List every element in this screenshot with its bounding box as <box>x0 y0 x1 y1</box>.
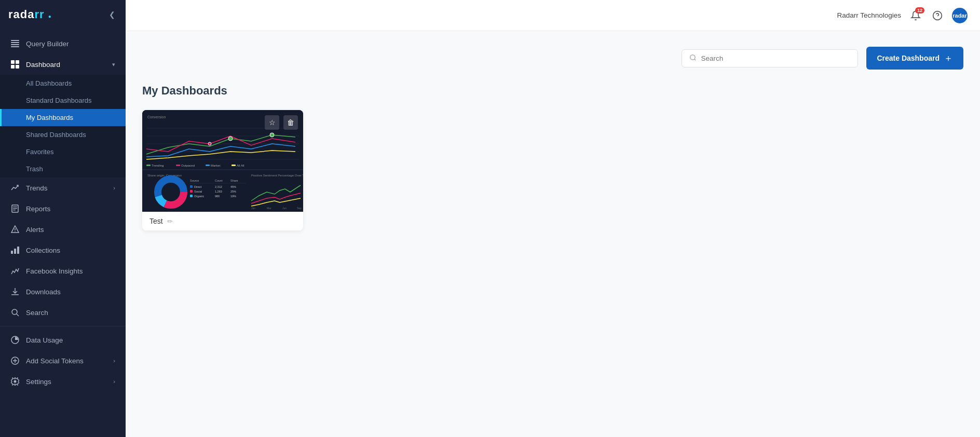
sidebar-item-settings[interactable]: Settings › <box>0 371 126 392</box>
content-area: Create Dashboard ＋ My Dashboards Convers… <box>126 31 980 437</box>
sidebar-item-label: Reports <box>26 205 115 213</box>
facebook-insights-icon <box>10 266 20 276</box>
topbar-right: Radarr Technologies 12 radar <box>837 8 968 23</box>
main-content: Radarr Technologies 12 radar Create Dash… <box>126 0 980 437</box>
sidebar-item-label: Settings <box>26 378 107 386</box>
sidebar-collapse-button[interactable]: ❮ <box>107 8 117 21</box>
svg-rect-1 <box>11 42 19 43</box>
trends-icon <box>10 183 20 193</box>
svg-rect-45 <box>206 165 210 166</box>
search-nav-icon <box>10 308 20 317</box>
svg-rect-7 <box>16 65 19 69</box>
svg-text:All All: All All <box>237 164 244 167</box>
sidebar-item-label: Search <box>26 309 115 317</box>
sidebar-item-label: Alerts <box>26 226 115 234</box>
sidebar-item-collections[interactable]: Collections <box>0 240 126 261</box>
svg-text:Organic: Organic <box>194 195 205 198</box>
dashboard-icon <box>10 60 20 69</box>
app-logo: radarr ● <box>8 8 52 21</box>
create-dashboard-button[interactable]: Create Dashboard ＋ <box>866 47 963 70</box>
sidebar-item-label: Trends <box>26 184 107 192</box>
plus-icon: ＋ <box>944 52 953 64</box>
search-icon <box>689 54 697 63</box>
alerts-icon <box>10 225 20 234</box>
svg-rect-43 <box>176 165 180 166</box>
svg-text:Trending: Trending <box>152 164 164 167</box>
sidebar-item-my-dashboards[interactable]: My Dashboards <box>0 109 126 126</box>
svg-rect-41 <box>146 165 151 166</box>
svg-rect-63 <box>190 190 193 193</box>
nav-divider <box>0 326 126 326</box>
svg-text:Jan: Jan <box>251 207 255 210</box>
edit-icon[interactable]: ✏ <box>167 217 173 225</box>
reports-icon <box>10 204 20 213</box>
dashboard-card[interactable]: Conversion <box>142 110 303 230</box>
svg-rect-15 <box>11 251 13 254</box>
notification-bell-button[interactable]: 12 <box>908 8 923 23</box>
svg-text:Market: Market <box>211 164 221 167</box>
dashboard-sub-nav: All Dashboards Standard Dashboards My Da… <box>0 75 126 177</box>
svg-rect-16 <box>14 249 16 254</box>
sidebar-item-downloads[interactable]: Downloads <box>0 281 126 302</box>
favorite-button[interactable]: ☆ <box>265 115 279 130</box>
svg-text:980: 980 <box>215 195 220 198</box>
chevron-right-icon: › <box>113 358 115 364</box>
svg-text:Outpaced: Outpaced <box>181 164 195 167</box>
svg-text:45%: 45% <box>230 185 236 188</box>
sidebar-item-standard-dashboards[interactable]: Standard Dashboards <box>0 92 126 109</box>
svg-rect-10 <box>13 208 17 209</box>
svg-rect-6 <box>11 65 15 69</box>
svg-point-19 <box>12 309 17 315</box>
page-title: My Dashboards <box>142 84 963 98</box>
topbar-user-label: Radarr Technologies <box>837 11 901 19</box>
dashboard-card-thumbnail: Conversion <box>142 110 303 212</box>
svg-text:25%: 25% <box>230 190 236 193</box>
svg-line-20 <box>17 314 19 316</box>
query-builder-icon <box>10 39 20 48</box>
search-input[interactable] <box>701 54 850 62</box>
sidebar-item-trash[interactable]: Trash <box>0 160 126 177</box>
sidebar-item-label: Downloads <box>26 288 115 296</box>
downloads-icon <box>10 287 20 296</box>
svg-point-14 <box>15 231 15 231</box>
sidebar-item-facebook-insights[interactable]: Facebook Insights <box>0 261 126 281</box>
sidebar-item-dashboard[interactable]: Dashboard ▾ <box>0 54 126 75</box>
help-button[interactable] <box>930 8 945 23</box>
svg-rect-67 <box>190 195 193 197</box>
svg-point-28 <box>690 54 695 59</box>
svg-rect-59 <box>190 185 193 188</box>
sidebar-item-alerts[interactable]: Alerts <box>0 219 126 240</box>
chevron-down-icon: ▾ <box>112 61 115 68</box>
user-avatar[interactable]: radar <box>952 8 968 23</box>
svg-rect-11 <box>13 210 16 210</box>
sidebar-item-shared-dashboards[interactable]: Shared Dashboards <box>0 126 126 143</box>
svg-rect-5 <box>16 60 19 64</box>
create-dashboard-label: Create Dashboard <box>877 54 940 62</box>
sidebar-item-query-builder[interactable]: Query Builder <box>0 33 126 54</box>
svg-line-29 <box>695 59 696 60</box>
sidebar-item-trends[interactable]: Trends › <box>0 177 126 198</box>
delete-button[interactable]: 🗑 <box>283 115 298 130</box>
sidebar-item-all-dashboards[interactable]: All Dashboards <box>0 75 126 92</box>
svg-text:Mar: Mar <box>267 207 271 210</box>
sidebar-item-favorites[interactable]: Favorites <box>0 143 126 160</box>
sidebar-nav: Query Builder Dashboard ▾ All Dashboards… <box>0 29 126 437</box>
sidebar-item-data-usage[interactable]: Data Usage <box>0 330 126 350</box>
svg-rect-3 <box>11 46 19 47</box>
sidebar-item-label: Facebook Insights <box>26 267 115 275</box>
dashboard-search-bar[interactable] <box>682 49 858 67</box>
sidebar-item-add-social-tokens[interactable]: Add Social Tokens › <box>0 350 126 371</box>
add-social-tokens-icon <box>10 356 20 365</box>
svg-text:Conversion: Conversion <box>147 115 166 119</box>
data-usage-icon <box>10 335 20 345</box>
sidebar-item-label: Collections <box>26 247 115 254</box>
svg-text:2,312: 2,312 <box>215 185 222 188</box>
sidebar-item-search[interactable]: Search <box>0 302 126 323</box>
svg-text:19%: 19% <box>230 195 236 198</box>
svg-rect-4 <box>11 60 15 64</box>
sidebar-item-reports[interactable]: Reports <box>0 198 126 219</box>
notification-count-badge: 12 <box>915 7 924 13</box>
svg-rect-9 <box>13 207 17 207</box>
sidebar: radarr ● ❮ Query Builder Dashboard ▾ All… <box>0 0 126 437</box>
svg-point-25 <box>14 380 17 383</box>
